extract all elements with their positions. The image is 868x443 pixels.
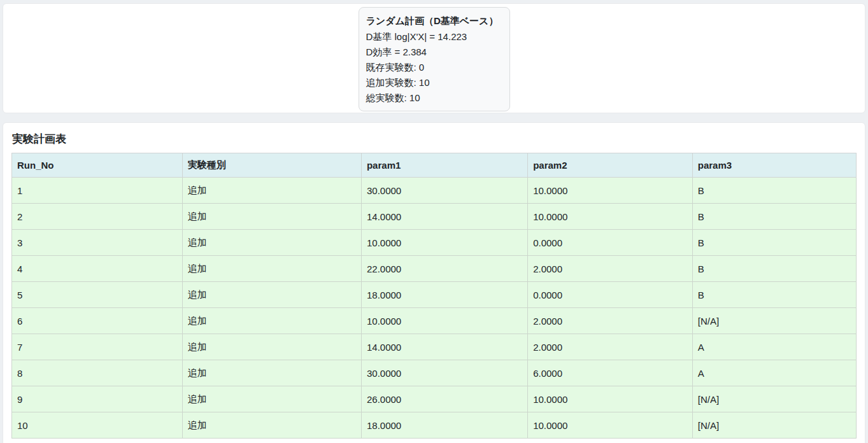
table-cell: 0.0000	[528, 230, 693, 256]
table-body: 1追加30.000010.0000B2追加14.000010.0000B3追加1…	[12, 178, 857, 439]
table-cell: 4	[12, 256, 183, 282]
table-cell: 10.0000	[528, 386, 693, 412]
table-row: 2追加14.000010.0000B	[12, 204, 857, 230]
table-row: 6追加10.00002.0000[N/A]	[12, 308, 857, 334]
table-cell: 追加	[182, 178, 361, 204]
design-summary-box: ランダム計画（D基準ベース） D基準 log|X'X| = 14.223 D効率…	[359, 7, 510, 111]
table-cell: 追加	[182, 308, 361, 334]
table-cell: 18.0000	[361, 282, 527, 308]
table-row: 10追加18.000010.0000[N/A]	[12, 412, 857, 439]
column-header: param1	[361, 153, 527, 178]
table-cell: 8	[12, 360, 183, 386]
table-cell: B	[692, 204, 856, 230]
table-cell: B	[692, 178, 856, 204]
d-efficiency-value: D効率 = 2.384	[366, 45, 502, 60]
table-cell: 2.0000	[528, 334, 693, 360]
table-header: Run_No実験種別param1param2param3	[12, 153, 857, 178]
table-cell: [N/A]	[692, 386, 856, 412]
table-cell: 1	[12, 178, 183, 204]
table-cell: 9	[12, 386, 183, 412]
table-row: 7追加14.00002.0000A	[12, 334, 857, 360]
table-cell: B	[692, 230, 856, 256]
table-cell: B	[692, 256, 856, 282]
column-header: Run_No	[12, 153, 183, 178]
design-summary-title: ランダム計画（D基準ベース）	[366, 13, 502, 29]
table-cell: 10.0000	[528, 204, 693, 230]
table-cell: 30.0000	[361, 178, 527, 204]
table-row: 8追加30.00006.0000A	[12, 360, 857, 386]
table-cell: A	[692, 334, 856, 360]
table-cell: 追加	[182, 204, 361, 230]
table-cell: 26.0000	[361, 386, 527, 412]
table-cell: 0.0000	[528, 282, 693, 308]
column-header: param3	[692, 153, 856, 178]
added-run-count: 追加実験数: 10	[366, 75, 502, 90]
d-criterion-value: D基準 log|X'X| = 14.223	[366, 29, 502, 45]
existing-run-count: 既存実験数: 0	[366, 60, 502, 75]
table-cell: 10.0000	[528, 412, 693, 439]
table-cell: 7	[12, 334, 183, 360]
column-header: 実験種別	[182, 153, 361, 178]
table-cell: 18.0000	[361, 412, 527, 439]
column-header: param2	[528, 153, 693, 178]
table-row: 4追加22.00002.0000B	[12, 256, 857, 282]
summary-panel: ランダム計画（D基準ベース） D基準 log|X'X| = 14.223 D効率…	[3, 3, 865, 113]
table-cell: 追加	[182, 334, 361, 360]
table-row: 1追加30.000010.0000B	[12, 178, 857, 204]
table-cell: 14.0000	[361, 334, 527, 360]
table-cell: 追加	[182, 412, 361, 439]
table-cell: 追加	[182, 360, 361, 386]
table-cell: 追加	[182, 386, 361, 412]
table-title: 実験計画表	[12, 132, 857, 146]
total-run-count: 総実験数: 10	[366, 90, 502, 106]
table-row: 5追加18.00000.0000B	[12, 282, 857, 308]
table-cell: 10.0000	[361, 308, 527, 334]
table-cell: 10.0000	[528, 178, 693, 204]
table-cell: 30.0000	[361, 360, 527, 386]
table-cell: 追加	[182, 282, 361, 308]
table-cell: 5	[12, 282, 183, 308]
table-cell: [N/A]	[692, 412, 856, 439]
table-cell: 6	[12, 308, 183, 334]
table-cell: 2	[12, 204, 183, 230]
table-cell: A	[692, 360, 856, 386]
page: ランダム計画（D基準ベース） D基準 log|X'X| = 14.223 D効率…	[0, 0, 868, 443]
table-cell: 14.0000	[361, 204, 527, 230]
table-cell: 6.0000	[528, 360, 693, 386]
table-cell: 2.0000	[528, 256, 693, 282]
experiment-plan-table: Run_No実験種別param1param2param3 1追加30.00001…	[11, 153, 857, 439]
experiment-plan-panel: 実験計画表 Run_No実験種別param1param2param3 1追加30…	[3, 122, 865, 443]
table-cell: 10	[12, 412, 183, 439]
header-row: Run_No実験種別param1param2param3	[12, 153, 857, 178]
table-row: 3追加10.00000.0000B	[12, 230, 857, 256]
table-cell: 2.0000	[528, 308, 693, 334]
table-row: 9追加26.000010.0000[N/A]	[12, 386, 857, 412]
table-cell: 22.0000	[361, 256, 527, 282]
table-cell: 追加	[182, 256, 361, 282]
table-cell: [N/A]	[692, 308, 856, 334]
table-cell: 3	[12, 230, 183, 256]
table-cell: 追加	[182, 230, 361, 256]
table-cell: B	[692, 282, 856, 308]
table-cell: 10.0000	[361, 230, 527, 256]
